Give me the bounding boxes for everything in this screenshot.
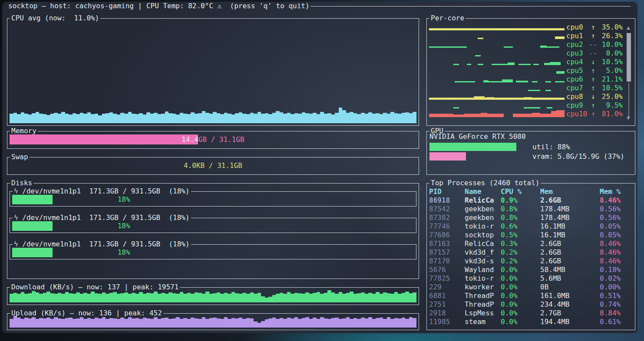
core-usage-value: 26.3%: [598, 32, 623, 40]
download-title: Download (KB/s) — now: 137 | peak: 19571: [10, 283, 180, 292]
process-pid: 77686: [429, 231, 465, 239]
process-cpu: 0.6%: [501, 222, 540, 231]
disk-gauge-label: 18%: [12, 195, 235, 204]
core-sparkline: [429, 109, 565, 118]
process-row: 77686socktop0.5%16.1MB0.05%: [429, 231, 633, 239]
border-segment: [426, 183, 429, 184]
process-pid: 2918: [429, 309, 465, 318]
process-pid: 87542: [429, 205, 465, 213]
core-name: cpu5: [566, 66, 588, 75]
process-cpu: 0.5%: [501, 231, 540, 239]
process-pid: 2751: [429, 300, 465, 309]
core-name: cpu10: [566, 110, 588, 118]
process-cpu: 0.0%: [501, 300, 540, 309]
per-core-list: cpu0↑35.0%cpu1↑26.3%cpu2--10.0%cpu3-- 0.…: [429, 23, 623, 118]
disk-usage-gauge: 18%: [12, 248, 235, 257]
process-mem: 16.1MB: [540, 222, 600, 231]
core-sparkline: [429, 101, 565, 109]
process-row: 5676Wayland0.0%58.4MB0.18%: [429, 266, 633, 274]
process-cpu: 0.0%: [501, 309, 540, 318]
core-trend-icon: ↓: [588, 92, 598, 101]
gpu-vram-fill: [429, 152, 466, 161]
core-usage-value: 10.5%: [598, 84, 623, 92]
disk-icon: ϟ: [14, 213, 18, 222]
process-mem: 2.6GB: [540, 257, 600, 266]
core-sparkline: [429, 49, 565, 57]
process-mem: 2.7GB: [540, 309, 600, 318]
column-header: PID: [429, 187, 465, 196]
process-row: 86918RelicCa0.9%2.6GB8.46%: [429, 196, 633, 205]
process-name: ThreadP: [465, 300, 501, 309]
border-segment: [38, 131, 419, 131]
column-header: CPU %: [501, 187, 540, 196]
disk-entry: ϟ /dev/nvme1n1p1 171.3GB / 931.5GB (18%)…: [10, 218, 416, 233]
gpu-title: GPU: [429, 127, 445, 135]
core-sparkline: [429, 23, 565, 31]
titlebar-rule: [310, 6, 631, 7]
core-sparkline: [429, 92, 565, 101]
border-segment: [30, 157, 419, 157]
process-row: 87382geekben0.8%178.4MB0.56%: [429, 213, 633, 222]
gpu-panel: GPU NVIDIA GeForce RTX 5080 util: 88% vr…: [426, 131, 635, 175]
process-name: kworker: [465, 283, 501, 292]
border-segment: [426, 131, 429, 131]
process-mem: 5.6MB: [540, 274, 600, 283]
process-pid: 87170: [429, 257, 465, 266]
gpu-util-label: util: 88%: [532, 143, 570, 151]
core-name: cpu2: [566, 40, 588, 49]
scroll-down-icon[interactable]: ▼: [625, 115, 632, 121]
cpu-avg-title: CPU avg (now: 11.0%): [10, 14, 100, 23]
core-usage-value: 21.1%: [598, 75, 623, 83]
border-segment: [7, 157, 10, 157]
core-row: cpu5↑ 5.0%: [429, 66, 623, 75]
core-trend-icon: --: [588, 40, 598, 49]
disks-title: Disks: [10, 179, 33, 187]
memory-label-off-fill: 14.4GB / 31.1GB: [198, 134, 416, 144]
process-mem: 0B: [540, 283, 600, 292]
disk-entry-title: ϟ /dev/nvme1n1p1 171.3GB / 931.5GB (18%): [13, 240, 191, 249]
process-mem: 2.6GB: [540, 239, 600, 248]
process-name: geekben: [465, 213, 501, 222]
process-name: RelicCa: [465, 239, 501, 248]
process-pid: 87163: [429, 239, 465, 248]
cpu-avg-panel: CPU avg (now: 11.0%): [7, 18, 419, 126]
border-segment: [100, 18, 419, 19]
process-pid: 86918: [429, 196, 465, 205]
process-row: 229kworker0.0%0B0.00%: [429, 283, 633, 292]
swap-title: Swap: [10, 153, 30, 161]
core-name: cpu4: [566, 58, 588, 66]
process-cpu: 0.9%: [501, 196, 540, 205]
border-segment: [466, 18, 635, 19]
core-sparkline: [429, 40, 565, 49]
swap-panel: Swap 4.0KB / 31.1GB: [7, 157, 419, 175]
scrollbar-thumb[interactable]: [627, 33, 631, 82]
core-usage-value: 35.0%: [598, 23, 623, 31]
process-mem: 16.1MB: [540, 231, 600, 239]
process-table-header: PIDNameCPU %MemMem %: [429, 187, 633, 196]
process-mem-pct: 8.84%: [600, 309, 633, 318]
scroll-up-icon[interactable]: ▲: [625, 24, 632, 31]
gpu-vram-row: vram: 5.8G/15.9G (37%): [429, 152, 632, 161]
scrollbar-track[interactable]: [628, 82, 629, 118]
disk-gauge-label: 18%: [12, 248, 235, 257]
process-mem: 161.0MB: [540, 292, 600, 300]
process-cpu: 0.0%: [501, 274, 540, 283]
process-cpu: 0.2%: [501, 257, 540, 266]
swap-label: 4.0KB / 31.1GB: [10, 161, 416, 170]
process-pid: 11985: [429, 318, 465, 326]
border-segment: [541, 183, 635, 184]
core-row: cpu2--10.0%: [429, 40, 623, 49]
core-name: cpu9: [566, 101, 588, 109]
core-usage-value: 5.0%: [598, 66, 623, 75]
process-row: 87170vkd3d-s0.2%2.6GB8.46%: [429, 257, 633, 266]
gpu-vram-gauge: [429, 152, 528, 161]
process-row: 87163RelicCa0.3%2.6GB8.46%: [429, 239, 633, 248]
core-sparkline: [429, 66, 565, 75]
process-mem-pct: 0.51%: [600, 292, 633, 300]
core-name: cpu6: [566, 75, 588, 83]
column-header: Mem: [540, 187, 600, 196]
core-trend-icon: ↑: [588, 110, 598, 118]
process-table: PIDNameCPU %MemMem %86918RelicCa0.9%2.6G…: [429, 187, 633, 326]
process-cpu: 0.0%: [501, 283, 540, 292]
disk-gauge-label: 18%: [12, 221, 235, 231]
